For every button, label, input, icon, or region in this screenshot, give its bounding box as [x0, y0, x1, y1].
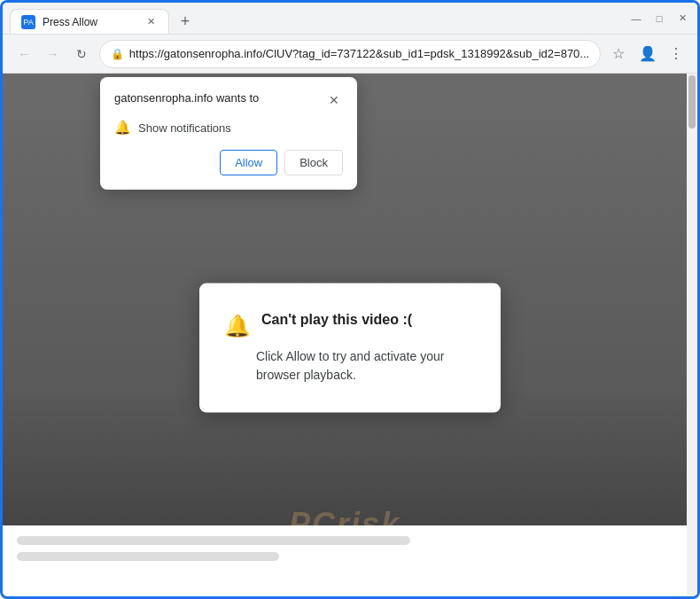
center-modal: 🔔 Can't play this video :( Click Allow t… — [199, 284, 501, 413]
back-button[interactable]: ← — [13, 42, 35, 66]
allow-button[interactable]: Allow — [220, 150, 277, 175]
menu-button[interactable]: ⋮ — [665, 42, 687, 66]
address-bar[interactable]: 🔒 https://gatonsenropha.info/ClUV?tag_id… — [99, 40, 601, 68]
content-area: PCr PCrisk 0:00 1:00 ⛶ — [3, 74, 697, 596]
title-bar: PA Press Allow ✕ + — □ ✕ — [3, 3, 697, 35]
tab-title: Press Allow — [43, 16, 136, 28]
modal-title: Can't play this video :( — [261, 312, 412, 328]
desc-line-1 — [17, 536, 410, 545]
tab-strip: PA Press Allow ✕ + — [10, 3, 621, 34]
active-tab[interactable]: PA Press Allow ✕ — [10, 9, 169, 34]
permission-row: 🔔 Show notifications — [114, 120, 343, 136]
page-description — [3, 525, 687, 596]
minimize-button[interactable]: — — [628, 11, 644, 27]
new-tab-button[interactable]: + — [173, 9, 198, 34]
permission-text: Show notifications — [138, 121, 231, 135]
bookmark-button[interactable]: ☆ — [608, 42, 629, 66]
scrollbar-thumb[interactable] — [688, 75, 696, 128]
modal-description: Click Allow to try and activate your bro… — [256, 347, 476, 385]
navigation-bar: ← → ↻ 🔒 https://gatonsenropha.info/ClUV?… — [3, 35, 697, 74]
popup-actions: Allow Block — [114, 150, 343, 175]
popup-bell-icon: 🔔 — [114, 120, 131, 136]
close-button[interactable]: ✕ — [674, 11, 690, 27]
page-background: PCr PCrisk 0:00 1:00 ⛶ — [3, 74, 697, 596]
tab-favicon: PA — [21, 15, 35, 29]
browser-window: PA Press Allow ✕ + — □ ✕ ← → ↻ 🔒 https:/… — [0, 0, 700, 599]
modal-content: 🔔 Can't play this video :( Click Allow t… — [224, 312, 476, 385]
lock-icon: 🔒 — [111, 48, 124, 60]
url-text: https://gatonsenropha.info/ClUV?tag_id=7… — [129, 47, 589, 60]
desc-line-2 — [17, 552, 279, 561]
popup-header: gatonsenropha.info wants to ✕ — [114, 91, 343, 109]
block-button[interactable]: Block — [284, 150, 343, 175]
popup-title: gatonsenropha.info wants to — [114, 91, 259, 105]
scrollbar[interactable] — [687, 74, 697, 596]
modal-bell-icon: 🔔 — [224, 314, 251, 338]
window-controls: — □ ✕ — [628, 11, 690, 27]
popup-close-button[interactable]: ✕ — [325, 91, 343, 109]
refresh-button[interactable]: ↻ — [71, 42, 92, 66]
profile-button[interactable]: 👤 — [636, 42, 657, 66]
tab-close-button[interactable]: ✕ — [144, 15, 158, 29]
forward-button[interactable]: → — [42, 42, 63, 66]
modal-top: 🔔 Can't play this video :( — [224, 312, 476, 338]
maximize-button[interactable]: □ — [651, 11, 667, 27]
notification-permission-popup: gatonsenropha.info wants to ✕ 🔔 Show not… — [100, 77, 357, 190]
